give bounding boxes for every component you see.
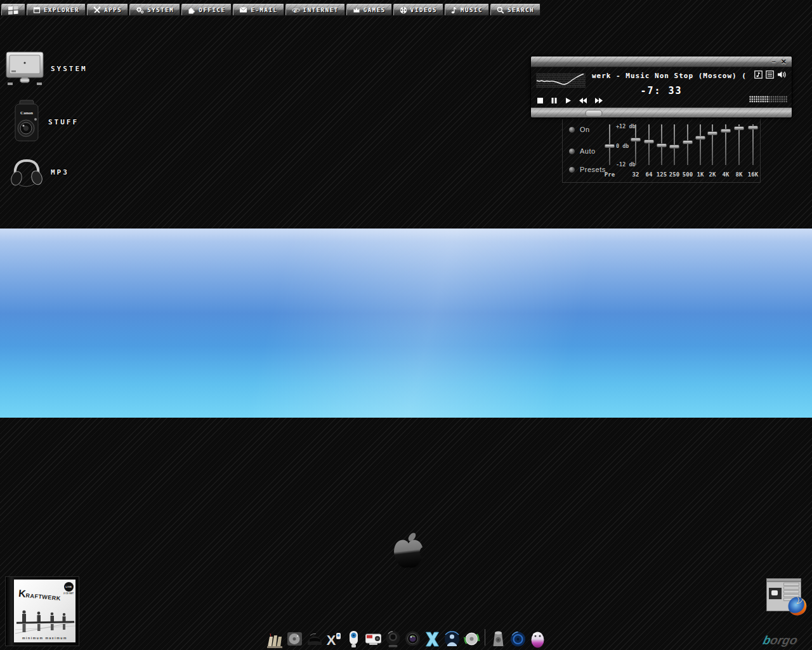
menu-item-label: GAMES xyxy=(363,7,386,13)
mini-window-row xyxy=(783,590,799,594)
eq-slider-knob[interactable] xyxy=(721,129,731,133)
live-badge: LIVE xyxy=(64,582,74,592)
desktop: EXPLORER APPS SYSTEM OFFICE E-MAIL e INT… xyxy=(0,0,812,650)
desktop-icon-system[interactable]: SYSTEM xyxy=(5,51,88,86)
menu-item-email[interactable]: E-MAIL xyxy=(233,4,284,16)
gear-icon xyxy=(136,6,144,14)
firefox-icon[interactable] xyxy=(787,595,808,617)
dock-separator xyxy=(485,629,485,646)
menu-item-music[interactable]: MUSIC xyxy=(445,4,489,16)
eq-slider-knob[interactable] xyxy=(669,145,679,149)
mini-window-thumbnail xyxy=(769,588,782,599)
equalizer-window[interactable]: On Auto Presets +12 db 0 db -12 db Pre 3… xyxy=(562,119,761,183)
led-button-icon xyxy=(568,148,575,155)
crt-monitor-icon xyxy=(5,51,44,86)
music-note-icon xyxy=(451,6,457,14)
x11-icon[interactable] xyxy=(424,630,441,649)
play-button[interactable] xyxy=(565,97,572,104)
eq-auto-button[interactable]: Auto xyxy=(568,147,596,155)
eq-slider-knob[interactable] xyxy=(644,140,654,143)
stop-button[interactable] xyxy=(537,97,544,104)
menu-item-system[interactable]: SYSTEM xyxy=(129,4,180,16)
watermark-logo: borgo xyxy=(761,633,799,647)
eq-band-pre[interactable]: Pre xyxy=(603,124,616,180)
puzzle-icon xyxy=(188,6,195,14)
eq-slider-knob[interactable] xyxy=(605,144,615,148)
pause-button[interactable] xyxy=(551,97,558,104)
apple-logo xyxy=(388,531,429,572)
film-reel-icon xyxy=(400,6,407,14)
menu-item-games[interactable]: GAMES xyxy=(346,4,392,16)
speaker-icon[interactable] xyxy=(490,630,507,649)
rewind-button[interactable] xyxy=(579,97,587,104)
music-player-window[interactable]: – ✕ werk - Music Non Stop (Moscow) (9:52… xyxy=(530,56,792,118)
eq-slider-track xyxy=(712,124,713,165)
menu-item-label: SYSTEM xyxy=(147,7,174,13)
player-mini-icons xyxy=(754,70,787,79)
album-cd-case[interactable]: KRAFTWERK LIVE 2 CD SET minimum maximum xyxy=(5,576,79,646)
envelope-icon xyxy=(239,6,247,13)
webcam-icon[interactable] xyxy=(345,630,362,649)
start-button[interactable] xyxy=(1,4,25,16)
eq-on-button[interactable]: On xyxy=(568,126,590,133)
eq-slider-knob[interactable] xyxy=(707,131,717,135)
seek-bar[interactable] xyxy=(531,107,792,118)
equalizer-toggle-icon[interactable] xyxy=(754,70,763,79)
messenger-icon[interactable] xyxy=(443,630,461,649)
camera-lens-icon[interactable] xyxy=(404,630,421,649)
menu-item-label: EXPLORER xyxy=(44,7,79,13)
eq-slider-knob[interactable] xyxy=(734,126,744,130)
menu-item-label: MUSIC xyxy=(461,7,483,13)
eq-slider-track xyxy=(700,124,701,165)
desktop-icon-mp3[interactable]: MP3 xyxy=(9,156,69,189)
eq-slider-track xyxy=(648,124,650,165)
eq-slider-knob[interactable] xyxy=(631,138,641,142)
menu-item-apps[interactable]: APPS xyxy=(87,4,128,16)
menu-item-office[interactable]: OFFICE xyxy=(181,4,232,16)
close-button[interactable]: ✕ xyxy=(781,58,787,65)
desktop-icon-label: STUFF xyxy=(48,118,79,126)
cd-burner-icon[interactable] xyxy=(463,630,480,649)
eq-slider-knob[interactable] xyxy=(657,143,667,147)
media-egg-icon[interactable] xyxy=(529,630,546,649)
mini-thumbnail-image xyxy=(771,590,778,595)
menu-item-videos[interactable]: VIDEOS xyxy=(393,4,443,16)
camera-brand-text: Canon xyxy=(20,110,33,116)
helmet-icon[interactable] xyxy=(306,630,323,649)
menu-item-internet[interactable]: e INTERNET xyxy=(285,4,345,16)
menu-item-search[interactable]: SEARCH xyxy=(490,4,540,16)
eq-slider-knob[interactable] xyxy=(683,140,693,144)
e-globe-icon: e xyxy=(292,6,300,14)
volume-icon[interactable] xyxy=(777,70,787,79)
x-letter-icon[interactable]: X xyxy=(325,630,343,649)
eq-slider-track xyxy=(738,124,740,165)
seek-knob[interactable] xyxy=(585,110,602,117)
band-figures-graphic xyxy=(15,608,75,635)
album-artist-rest: RAFTWERK xyxy=(25,592,61,602)
menu-item-label: OFFICE xyxy=(199,7,225,13)
led-button-icon xyxy=(568,166,575,173)
mini-window-row xyxy=(783,583,799,586)
eq-slider-knob[interactable] xyxy=(748,126,758,129)
player-titlebar[interactable]: – ✕ xyxy=(531,56,792,67)
projector-icon[interactable] xyxy=(365,630,382,649)
eq-slider-track xyxy=(752,124,754,165)
eq-band-16k[interactable]: 16K xyxy=(747,124,759,180)
eq-band-label: Pre xyxy=(599,171,620,178)
player-body: werk - Music Non Stop (Moscow) (9:52) -7… xyxy=(531,67,792,107)
menu-item-label: VIDEOS xyxy=(410,7,437,13)
magnifier-icon xyxy=(497,6,504,14)
minimize-button[interactable]: – xyxy=(772,58,776,65)
file-rack-icon[interactable] xyxy=(266,630,284,649)
fast-forward-button[interactable] xyxy=(594,97,603,104)
menu-bar: EXPLORER APPS SYSTEM OFFICE E-MAIL e INT… xyxy=(1,4,540,16)
playlist-toggle-icon[interactable] xyxy=(766,70,774,79)
svg-text:X: X xyxy=(327,632,336,648)
blue-disc-icon[interactable] xyxy=(509,630,527,649)
menu-item-explorer[interactable]: EXPLORER xyxy=(27,4,86,16)
hard-disk-icon[interactable] xyxy=(286,630,303,649)
eq-slider-knob[interactable] xyxy=(695,136,705,140)
desktop-icon-stuff[interactable]: Canon STUFF xyxy=(11,98,79,145)
camera-ball-icon[interactable] xyxy=(384,630,402,649)
menu-item-label: APPS xyxy=(104,7,122,13)
